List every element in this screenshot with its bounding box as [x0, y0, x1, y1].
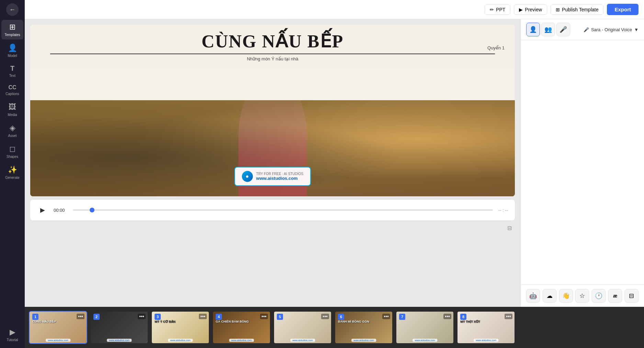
filmstrip-slide-1[interactable]: 1 ••• CÙNG NẤU BẾP www.aistudios.com: [29, 311, 87, 344]
slide-num-2: 2: [93, 314, 100, 320]
sidebar-item-text-label: Text: [9, 74, 15, 78]
main-area: ✏ PPT ▶ Preview ⊞ Publish Template Expor…: [25, 0, 644, 348]
time-current: 00:00: [54, 208, 67, 213]
slide-label-4: GÀ CHIÊN BÁM BÔNG: [216, 320, 260, 323]
sidebar-item-shapes[interactable]: ◻ Shapes: [1, 142, 23, 161]
captions-icon: CC: [8, 84, 16, 91]
slide-num-1: 1: [32, 314, 38, 320]
slide-watermark-5: www.aistudios.com: [290, 339, 315, 342]
grid-action-button[interactable]: ⊟: [625, 289, 639, 303]
media-icon: 🖼: [9, 103, 16, 112]
avatar-tab-group[interactable]: 👥: [541, 23, 555, 36]
right-panel-bottom: 🤖 ☁ 👋 ☆ 🕐 æ ⊟: [521, 285, 644, 307]
sidebar-item-asset-label: Asset: [8, 134, 16, 138]
star-action-button[interactable]: ☆: [575, 289, 589, 303]
preview-button[interactable]: ▶ Preview: [514, 4, 547, 15]
slide-edition: Quyển 1: [487, 45, 505, 50]
sidebar-item-tutorial[interactable]: ▶ Tutorial: [1, 325, 23, 345]
avatar-tab-mic[interactable]: 🎤: [556, 23, 570, 36]
sidebar-item-captions[interactable]: CC Captions: [1, 82, 23, 98]
filmstrip-slide-8[interactable]: 8 ••• MỲ THỊT XỐT www.aistudios.com: [457, 311, 515, 344]
text-icon: T: [10, 65, 14, 72]
play-button[interactable]: ▶: [37, 205, 48, 216]
hand-action-button[interactable]: 👋: [559, 289, 573, 303]
slide-subtitle: Những món Ý nấu tại nhà: [36, 56, 509, 61]
subtitles-button[interactable]: ⊟: [504, 222, 515, 233]
slide-label-6: BÁNH MÌ BÔNG GÒN: [338, 320, 382, 323]
export-button[interactable]: Export: [607, 4, 639, 15]
right-panel-top: 👤 👥 🎤 🎤 Sara - Original Voice ▼: [521, 19, 644, 40]
export-label: Export: [614, 7, 631, 12]
sidebar-item-media[interactable]: 🖼 Media: [1, 100, 23, 119]
slide-menu-6[interactable]: •••: [382, 314, 390, 319]
publish-template-button[interactable]: ⊞ Publish Template: [551, 4, 603, 15]
time-end: -- : --: [498, 208, 508, 213]
slide-watermark-6: www.aistudios.com: [351, 339, 376, 342]
voice-selector[interactable]: 🎤 Sara - Original Voice ▼: [584, 27, 639, 32]
topbar: ✏ PPT ▶ Preview ⊞ Publish Template Expor…: [25, 0, 644, 19]
cloud-action-button[interactable]: ☁: [543, 289, 556, 303]
filmstrip-slide-4[interactable]: 4 ••• GÀ CHIÊN BÁM BÔNG www.aistudios.co…: [212, 311, 271, 344]
watermark-text: TRY FOR FREE : AI STUDIOS www.aistudios.…: [256, 172, 303, 181]
slide-menu-4[interactable]: •••: [260, 314, 268, 319]
slide-menu-3[interactable]: •••: [199, 314, 207, 319]
sidebar-item-generate[interactable]: ✨ Generate: [1, 163, 23, 182]
filmstrip-slide-3[interactable]: 3 ••• MỲ Ý CƠ BẢN www.aistudios.com: [151, 311, 210, 344]
ppt-button[interactable]: ✏ PPT: [485, 4, 510, 15]
sidebar-item-text[interactable]: T Text: [1, 62, 23, 80]
editor-panel: CÙNG NẤU BẾP Những món Ý nấu tại nhà Quy…: [25, 19, 520, 307]
face-action-button[interactable]: 🤖: [526, 289, 540, 303]
shapes-icon: ◻: [9, 144, 15, 153]
sidebar-item-model-label: Model: [8, 54, 17, 58]
slide-num-6: 6: [338, 314, 344, 320]
slide-header: CÙNG NẤU BẾP Những món Ý nấu tại nhà: [30, 25, 515, 68]
slide-menu-2[interactable]: •••: [138, 314, 146, 319]
asset-icon: ◈: [10, 124, 15, 132]
sidebar-item-generate-label: Generate: [5, 176, 20, 179]
slide-num-5: 5: [277, 314, 283, 320]
avatar-tabs: 👤 👥 🎤: [526, 23, 570, 36]
text-ae-action-button[interactable]: æ: [608, 289, 622, 303]
filmstrip-slide-5[interactable]: 5 ••• www.aistudios.com: [273, 311, 332, 344]
sidebar-item-tutorial-label: Tutorial: [7, 338, 18, 342]
canvas-area[interactable]: CÙNG NẤU BẾP Những món Ý nấu tại nhà Quy…: [30, 25, 515, 196]
progress-thumb[interactable]: [90, 208, 94, 212]
templates-icon: ⊞: [9, 23, 15, 32]
back-button[interactable]: ←: [6, 3, 19, 16]
sidebar-item-templates[interactable]: ⊞ Templates: [1, 20, 23, 39]
publish-label: Publish Template: [562, 7, 598, 12]
voice-label: Sara - Original Voice: [591, 27, 632, 32]
sidebar-item-model[interactable]: 👤 Model: [1, 41, 23, 60]
slide-watermark: ● TRY FOR FREE : AI STUDIOS www.aistudio…: [234, 167, 311, 186]
slide-menu-8[interactable]: •••: [505, 314, 512, 319]
filmstrip: 1 ••• CÙNG NẤU BẾP www.aistudios.com 2 •…: [25, 307, 644, 348]
chevron-down-icon: ▼: [634, 27, 639, 32]
slide-label-1: CÙNG NẤU BẾP: [32, 320, 76, 323]
avatar-tab-person[interactable]: 👤: [526, 23, 540, 36]
watermark-url: www.aistudios.com: [256, 176, 303, 181]
right-panel: 👤 👥 🎤 🎤 Sara - Original Voice ▼ 🤖 ☁ 👋 ☆: [520, 19, 644, 307]
model-icon: 👤: [8, 44, 17, 53]
slide-menu-5[interactable]: •••: [321, 314, 329, 319]
filmstrip-slide-7[interactable]: 7 ••• www.aistudios.com: [396, 311, 454, 344]
progress-track[interactable]: [73, 209, 493, 211]
slide-num-8: 8: [460, 314, 466, 320]
slide-watermark-2: www.aistudios.com: [107, 339, 132, 342]
clock-action-button[interactable]: 🕐: [592, 289, 606, 303]
filmstrip-slide-2[interactable]: 2 ••• www.aistudios.com: [90, 311, 148, 344]
filmstrip-slide-6[interactable]: 6 ••• BÁNH MÌ BÔNG GÒN www.aistudios.com: [335, 311, 393, 344]
slide-title: CÙNG NẤU BẾP: [36, 31, 509, 51]
sidebar-item-shapes-label: Shapes: [7, 155, 18, 159]
publish-icon: ⊞: [556, 7, 560, 12]
generate-icon: ✨: [8, 165, 17, 174]
slide-menu-1[interactable]: •••: [77, 314, 84, 319]
preview-label: Preview: [525, 7, 542, 12]
sidebar-item-asset[interactable]: ◈ Asset: [1, 121, 23, 140]
tutorial-icon: ▶: [10, 328, 15, 337]
slide-menu-7[interactable]: •••: [443, 314, 451, 319]
watermark-try: TRY FOR FREE : AI STUDIOS: [256, 172, 303, 176]
slide-num-7: 7: [399, 314, 405, 320]
slide-watermark-4: www.aistudios.com: [229, 339, 254, 342]
slide-num-4: 4: [216, 314, 222, 320]
ppt-label: PPT: [496, 7, 505, 12]
